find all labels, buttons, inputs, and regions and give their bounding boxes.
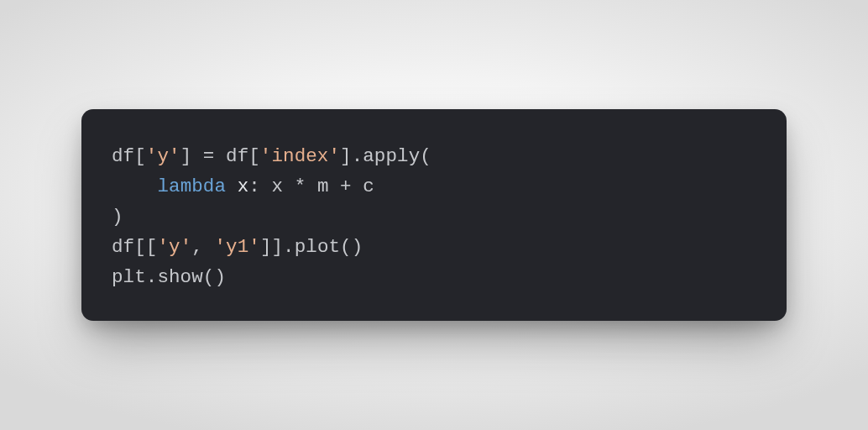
code-text: ]].plot() [260, 236, 363, 258]
code-text: plt.show() [112, 266, 226, 288]
code-text: df[[ [112, 236, 157, 258]
code-string: 'index' [260, 145, 340, 167]
code-text: ] = df[ [180, 145, 260, 167]
code-block: df['y'] = df['index'].apply( lambda x: x… [81, 109, 787, 321]
code-param: x [238, 176, 249, 197]
code-text: , [191, 236, 214, 258]
code-text: df[ [112, 145, 146, 167]
code-string: 'y1' [214, 236, 259, 258]
code-indent [112, 176, 157, 197]
code-text: ) [112, 206, 123, 228]
code-string: 'y' [157, 236, 191, 258]
code-string: 'y' [146, 145, 180, 167]
canvas: df['y'] = df['index'].apply( lambda x: x… [0, 0, 868, 430]
code-text: ].apply( [340, 145, 431, 167]
code-keyword: lambda [157, 176, 226, 197]
code-text [226, 176, 238, 197]
code-snippet: df['y'] = df['index'].apply( lambda x: x… [112, 141, 756, 292]
code-text: : x * m + c [248, 176, 374, 197]
